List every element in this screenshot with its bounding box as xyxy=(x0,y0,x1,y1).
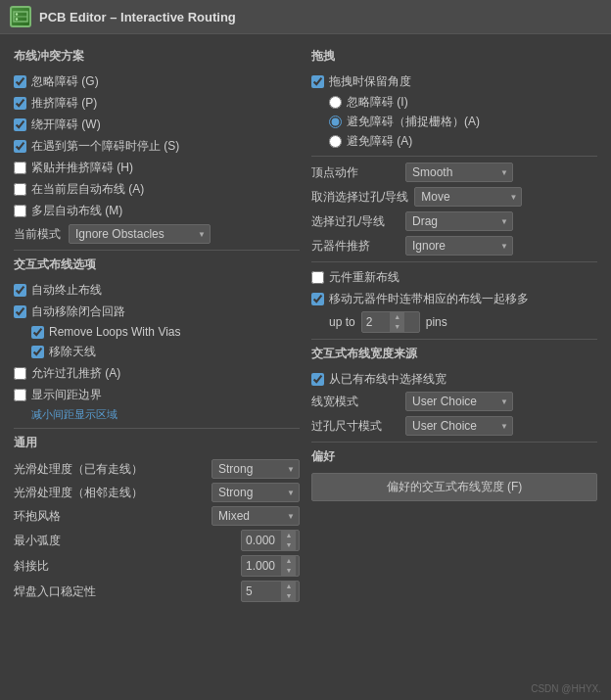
pad-entry-up[interactable]: ▲ xyxy=(282,582,296,591)
current-mode-label: 当前模式 xyxy=(14,226,61,243)
chamfer-row: 斜接比 ▲ ▼ xyxy=(14,555,300,577)
cb-multi-layer-label: 多层自动布线 (M) xyxy=(31,203,122,219)
smooth-existing-select-wrapper: Strong None Weak xyxy=(212,459,300,479)
radio-ignore-obstacle: 忽略障碍 (I) xyxy=(311,94,597,111)
width-mode-select[interactable]: User Choice Rule Minimum Rule Preferred … xyxy=(405,392,513,411)
cb-show-clearance[interactable] xyxy=(14,389,26,401)
cb-remove-antenna[interactable] xyxy=(31,346,44,358)
select-via-select[interactable]: Move Drag xyxy=(405,211,513,231)
cb-hug-push[interactable] xyxy=(14,162,26,174)
cb-reroute-label: 元件重新布线 xyxy=(329,269,400,286)
cb-wrap-obstacle[interactable] xyxy=(14,118,26,131)
checkbox-move-with-routes: 移动元器件时连带相应的布线一起移多 xyxy=(311,290,597,308)
pad-entry-input[interactable] xyxy=(242,583,281,600)
window-title: PCB Editor – Interactive Routing xyxy=(39,10,236,24)
checkbox-auto-terminate: 自动终止布线 xyxy=(14,281,300,300)
cb-auto-route-layer[interactable] xyxy=(14,183,26,196)
smooth-adjacent-select[interactable]: Strong None Weak xyxy=(212,483,300,502)
cb-remove-loop-vias[interactable] xyxy=(31,326,44,339)
cb-stop-first-label: 在遇到第一个障碍时停止 (S) xyxy=(31,138,179,155)
checkbox-remove-loop-vias: Remove Loops With Vias xyxy=(14,324,300,340)
drag-section-title: 拖拽 xyxy=(311,48,597,67)
min-arc-down[interactable]: ▼ xyxy=(282,540,296,550)
chamfer-input[interactable] xyxy=(242,557,281,575)
left-panel: 布线冲突方案 忽略障碍 (G) 推挤障碍 (P) 绕开障碍 (W) 在遇到第一个… xyxy=(8,42,306,612)
cb-hug-push-label: 紧贴并推挤障碍 (H) xyxy=(31,160,133,176)
cb-wrap-obstacle-label: 绕开障碍 (W) xyxy=(31,117,101,133)
up-to-input[interactable] xyxy=(362,313,390,331)
width-source-title: 交互式布线宽度来源 xyxy=(311,346,597,364)
svg-point-2 xyxy=(16,13,18,15)
cb-via-push[interactable] xyxy=(14,367,26,380)
radio-avoid-snap-input[interactable] xyxy=(329,116,342,128)
up-to-up[interactable]: ▲ xyxy=(391,312,404,322)
radio-ignore-obstacle-input[interactable] xyxy=(329,96,342,109)
radio-avoid-input[interactable] xyxy=(329,135,342,148)
width-mode-row: 线宽模式 User Choice Rule Minimum Rule Prefe… xyxy=(311,392,597,411)
via-mode-label: 过孔尺寸模式 xyxy=(311,418,400,435)
cb-ignore-obstacle[interactable] xyxy=(14,75,26,88)
up-to-spinner-btns: ▲ ▼ xyxy=(390,312,404,332)
hug-style-select-wrapper: Mixed 45 Degree Rounded xyxy=(212,506,300,526)
cb-move-with-routes[interactable] xyxy=(311,293,324,305)
checkbox-keep-angle: 拖拽时保留角度 xyxy=(311,72,597,91)
pins-label: pins xyxy=(426,315,447,329)
min-arc-spinner-btns: ▲ ▼ xyxy=(281,531,296,550)
cb-stop-first[interactable] xyxy=(14,140,26,153)
pref-width-button[interactable]: 偏好的交互式布线宽度 (F) xyxy=(311,473,597,501)
pad-entry-down[interactable]: ▼ xyxy=(282,591,296,601)
cb-multi-layer[interactable] xyxy=(14,205,26,217)
vertex-label: 顶点动作 xyxy=(311,164,400,181)
cb-move-with-routes-label: 移动元器件时连带相应的布线一起移多 xyxy=(329,291,529,307)
cb-auto-terminate-label: 自动终止布线 xyxy=(31,282,102,299)
current-mode-select[interactable]: Ignore Obstacles Push Obstacle Walkaroun… xyxy=(69,224,211,244)
cb-via-push-label: 允许过孔推挤 (A) xyxy=(31,365,120,382)
cb-remove-loop[interactable] xyxy=(14,305,26,318)
up-to-label: up to xyxy=(329,315,355,329)
cb-remove-loop-vias-label: Remove Loops With Vias xyxy=(49,325,181,339)
main-content: 布线冲突方案 忽略障碍 (G) 推挤障碍 (P) 绕开障碍 (W) 在遇到第一个… xyxy=(0,34,611,620)
checkbox-hug-push: 紧贴并推挤障碍 (H) xyxy=(14,159,300,177)
pad-entry-spinner: ▲ ▼ xyxy=(241,581,300,602)
cb-reroute[interactable] xyxy=(311,271,324,284)
cb-select-width[interactable] xyxy=(311,373,324,386)
cb-auto-terminate[interactable] xyxy=(14,284,26,297)
cb-push-obstacle-label: 推挤障碍 (P) xyxy=(31,95,97,112)
hug-style-label: 环抱风格 xyxy=(14,508,206,525)
deselect-select-wrapper: Move Drag xyxy=(414,187,522,207)
deselect-select[interactable]: Move Drag xyxy=(414,187,522,207)
select-via-select-wrapper: Move Drag xyxy=(405,211,513,231)
checkbox-remove-loop: 自动移除闭合回路 xyxy=(14,303,300,321)
cb-keep-angle-label: 拖拽时保留角度 xyxy=(329,73,411,90)
up-to-row: up to ▲ ▼ pins xyxy=(311,311,597,333)
min-arc-label: 最小弧度 xyxy=(14,533,235,549)
cb-push-obstacle[interactable] xyxy=(14,97,26,110)
clearance-link[interactable]: 减小间距显示区域 xyxy=(31,408,118,420)
checkbox-remove-antenna: 移除天线 xyxy=(14,343,300,361)
smooth-existing-select[interactable]: Strong None Weak xyxy=(212,459,300,479)
chamfer-up[interactable]: ▲ xyxy=(282,556,296,566)
checkbox-reroute: 元件重新布线 xyxy=(311,268,597,287)
radio-ignore-obstacle-label: 忽略障碍 (I) xyxy=(347,94,408,111)
cb-keep-angle[interactable] xyxy=(311,75,324,88)
vertex-select[interactable]: Smooth Corner Mitered xyxy=(405,163,513,182)
up-to-down[interactable]: ▼ xyxy=(391,322,404,332)
min-arc-input[interactable] xyxy=(242,532,281,549)
smooth-adjacent-row: 光滑处理度（相邻走线） Strong None Weak xyxy=(14,483,300,502)
via-mode-select-wrapper: User Choice Rule Minimum Rule Preferred … xyxy=(405,416,513,436)
via-mode-select[interactable]: User Choice Rule Minimum Rule Preferred … xyxy=(405,416,513,436)
general-section-title: 通用 xyxy=(14,435,300,453)
hug-style-select[interactable]: Mixed 45 Degree Rounded xyxy=(212,506,300,526)
chamfer-spinner-btns: ▲ ▼ xyxy=(281,556,296,576)
select-via-row: 选择过孔/导线 Move Drag xyxy=(311,211,597,231)
chamfer-down[interactable]: ▼ xyxy=(282,566,296,576)
comp-push-label: 元器件推挤 xyxy=(311,238,400,255)
min-arc-up[interactable]: ▲ xyxy=(282,531,296,540)
radio-avoid: 避免障碍 (A) xyxy=(311,133,597,150)
checkbox-select-width: 从已有布线中选择线宽 xyxy=(311,370,597,389)
comp-push-select[interactable]: Ignore Push Avoid xyxy=(405,236,513,256)
up-to-spinner: ▲ ▼ xyxy=(361,311,420,333)
checkbox-stop-first: 在遇到第一个障碍时停止 (S) xyxy=(14,137,300,156)
cb-remove-antenna-label: 移除天线 xyxy=(49,344,96,360)
min-arc-spinner: ▲ ▼ xyxy=(241,530,300,551)
